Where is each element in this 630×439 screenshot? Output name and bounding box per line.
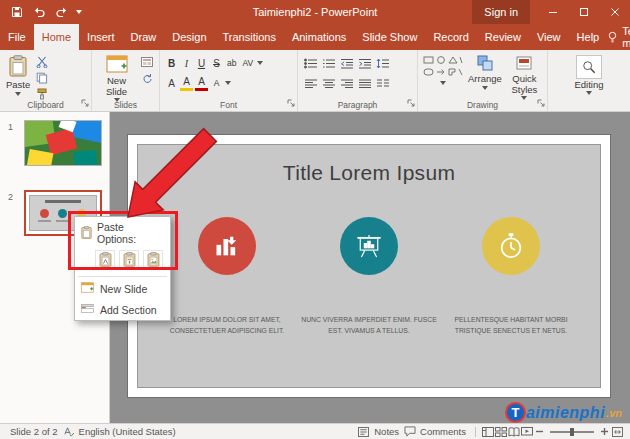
bar-chart-icon (213, 232, 241, 260)
slide-sorter-view-icon[interactable] (494, 426, 507, 438)
new-slide-button[interactable]: New Slide (95, 53, 138, 104)
change-case-button[interactable]: A (165, 75, 178, 91)
paste-use-destination-theme-icon[interactable] (95, 250, 115, 269)
paste-as-picture-icon[interactable] (143, 250, 163, 269)
align-left-icon[interactable] (303, 76, 319, 90)
tab-help[interactable]: Help (569, 24, 608, 50)
close-button[interactable] (599, 0, 630, 24)
character-spacing-button[interactable]: AV (240, 55, 255, 71)
slides-small-buttons (138, 53, 156, 87)
tell-me-label: Tell me (622, 25, 630, 49)
text-shadow-button[interactable]: ab (225, 55, 238, 71)
mini-dot-teal (58, 209, 67, 218)
fit-to-window-icon[interactable] (611, 426, 624, 438)
quick-styles-label: Quick Styles (508, 74, 541, 95)
dropdown-arrow-icon[interactable] (257, 61, 263, 65)
slide-editor[interactable]: Title Lorem Ipsum LOREM IPSUM DOLOR SIT … (128, 135, 610, 397)
undo-icon[interactable] (32, 5, 46, 19)
tab-slide-show[interactable]: Slide Show (354, 24, 425, 50)
copy-icon[interactable] (34, 71, 50, 85)
paragraph-buttons-row-2 (301, 73, 414, 93)
paragraph-buttons-row-1 (301, 53, 414, 73)
tab-transitions[interactable]: Transitions (215, 24, 284, 50)
reset-icon[interactable] (139, 71, 155, 85)
slide-thumbnail-1[interactable]: 1 (0, 120, 110, 170)
italic-button[interactable]: I (180, 55, 193, 71)
tab-draw[interactable]: Draw (123, 24, 165, 50)
tab-home[interactable]: Home (34, 24, 79, 50)
justify-icon[interactable] (357, 76, 373, 90)
language-status[interactable]: English (United States) (79, 426, 176, 437)
tab-animations[interactable]: Animations (284, 24, 354, 50)
tab-file[interactable]: File (0, 24, 34, 50)
columns-icon[interactable] (375, 76, 391, 90)
line-spacing-icon[interactable] (375, 56, 391, 70)
shapes-gallery[interactable] (421, 53, 465, 81)
new-slide-menu-label: New Slide (100, 283, 147, 295)
format-painter-icon[interactable] (34, 87, 50, 101)
cut-icon[interactable] (34, 55, 50, 69)
numbering-icon[interactable] (321, 56, 337, 70)
slide-title[interactable]: Title Lorem Ipsum (138, 161, 600, 185)
slide-show-view-icon[interactable] (520, 426, 533, 438)
align-right-icon[interactable] (339, 76, 355, 90)
slide-item-3[interactable]: PELLENTESQUE HABITANT MORBI TRISTIQUE SE… (440, 217, 582, 337)
zoom-slider[interactable] (550, 431, 594, 433)
spellcheck-icon[interactable] (62, 426, 75, 438)
underline-button[interactable]: U (195, 55, 208, 71)
maximize-button[interactable] (568, 0, 599, 24)
decrease-indent-icon[interactable] (339, 56, 355, 70)
slide-1-preview-image[interactable] (24, 120, 102, 166)
taimienphi-watermark: T aimienphi .vn (505, 402, 622, 423)
comments-button[interactable]: Comments (420, 426, 466, 437)
redo-icon[interactable] (54, 5, 68, 19)
slide-columns: LOREM IPSUM DOLOR SIT AMET, CONSECTETUER… (138, 217, 600, 337)
notes-icon[interactable] (357, 426, 370, 438)
sign-in-button[interactable]: Sign in (472, 0, 530, 24)
tab-record[interactable]: Record (425, 24, 476, 50)
minimize-button[interactable] (537, 0, 568, 24)
slide-layout-icon[interactable] (139, 55, 155, 69)
tab-insert[interactable]: Insert (79, 24, 123, 50)
paste-keep-source-formatting-icon[interactable] (119, 250, 139, 269)
reading-view-icon[interactable] (507, 426, 520, 438)
tab-review[interactable]: Review (477, 24, 529, 50)
arrange-button[interactable]: Arrange (465, 53, 505, 92)
align-center-icon[interactable] (321, 76, 337, 90)
normal-view-icon[interactable] (481, 426, 494, 438)
highlight-color-button[interactable]: A (180, 75, 193, 91)
context-menu-add-section[interactable]: Add Section (75, 299, 170, 320)
collage-patch (73, 150, 97, 166)
paste-button[interactable]: Paste (3, 53, 33, 98)
bullets-icon[interactable] (303, 56, 319, 70)
tell-me-button[interactable]: Tell me (607, 25, 630, 49)
slide-item-2[interactable]: NUNC VIVERRA IMPERDIET ENIM. FUSCE EST. … (298, 217, 440, 337)
dropdown-arrow-icon[interactable] (225, 81, 231, 85)
quick-styles-button[interactable]: Quick Styles (505, 53, 544, 102)
context-menu-new-slide[interactable]: New Slide (75, 278, 170, 299)
comments-icon[interactable] (403, 426, 416, 438)
notes-button[interactable]: Notes (374, 426, 399, 437)
slides-group-label: Slides (92, 100, 159, 110)
font-dialog-launcher-icon[interactable] (287, 97, 295, 109)
menu-separator (78, 276, 167, 277)
clipboard-dialog-launcher-icon[interactable] (81, 97, 89, 109)
strikethrough-button[interactable]: S (210, 55, 223, 71)
qat-customize-dropdown-icon[interactable] (76, 10, 82, 14)
new-slide-label: New Slide (98, 76, 135, 97)
tab-design[interactable]: Design (164, 24, 214, 50)
increase-indent-icon[interactable] (357, 56, 373, 70)
zoom-out-icon[interactable] (533, 426, 546, 438)
save-icon[interactable] (10, 5, 24, 19)
editing-button[interactable]: Editing (571, 53, 606, 97)
clear-formatting-button[interactable]: A (210, 75, 223, 91)
dropdown-arrow-icon[interactable] (440, 81, 446, 85)
font-color-button[interactable]: A (195, 75, 208, 91)
slide-item-1[interactable]: LOREM IPSUM DOLOR SIT AMET, CONSECTETUER… (156, 217, 298, 337)
bold-button[interactable]: B (165, 55, 178, 71)
tab-view[interactable]: View (529, 24, 569, 50)
zoom-slider-thumb[interactable] (570, 428, 574, 436)
zoom-in-icon[interactable] (598, 426, 611, 438)
drawing-dialog-launcher-icon[interactable] (537, 97, 545, 109)
paragraph-dialog-launcher-icon[interactable] (407, 97, 415, 109)
